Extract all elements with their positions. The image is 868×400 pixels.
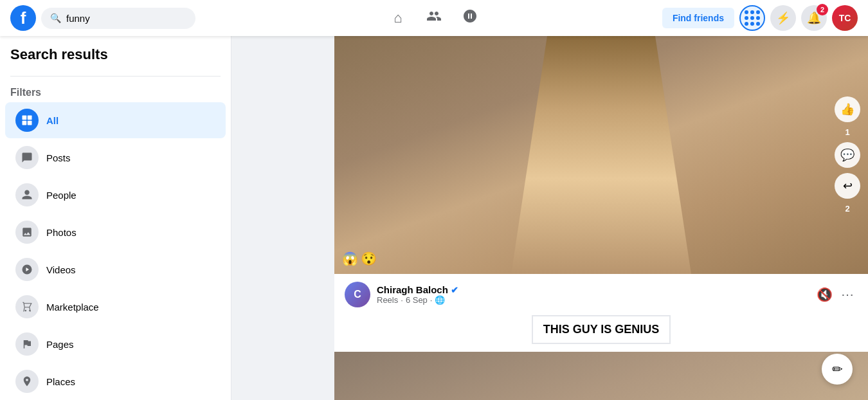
post-author-info: Chiragh Baloch ✔ Reels · 6 Sep · 🌐 xyxy=(377,284,458,305)
video-rock-shape xyxy=(511,36,691,274)
search-input[interactable] xyxy=(66,13,182,24)
top-navigation: f 🔍 ⌂ Find friends xyxy=(0,0,868,36)
nav-right: Find friends ⚡ 🔔 2 TC xyxy=(639,5,858,31)
edit-icon: ✏ xyxy=(832,361,843,377)
post-content: THIS GUY IS GENIUS xyxy=(334,315,868,352)
post-author-avatar[interactable]: C xyxy=(345,282,370,307)
sidebar-item-photos[interactable]: Photos xyxy=(5,214,226,250)
sidebar: Search results Filters All Posts xyxy=(0,36,231,400)
places-icon xyxy=(15,370,39,393)
post-header: C Chiragh Baloch ✔ Reels · 6 Sep · 🌐 xyxy=(334,274,868,315)
share-button[interactable]: ↩ xyxy=(835,173,860,199)
sidebar-title: Search results xyxy=(0,46,231,71)
svg-rect-3 xyxy=(28,121,32,125)
sidebar-item-all[interactable]: All xyxy=(5,102,226,138)
apps-grid-button[interactable] xyxy=(739,5,765,31)
share-count: 2 xyxy=(845,204,849,214)
post-author: C Chiragh Baloch ✔ Reels · 6 Sep · 🌐 xyxy=(345,282,458,307)
post-image-area[interactable] xyxy=(334,352,868,400)
comment-button[interactable]: 💬 xyxy=(835,142,860,168)
all-icon xyxy=(15,109,39,132)
video-actions: 👍 1 💬 ↩ 2 xyxy=(835,96,860,214)
marketplace-icon xyxy=(15,295,39,318)
messenger-icon: ⚡ xyxy=(776,11,790,25)
reaction-shocked-emoji: 😱 xyxy=(342,251,358,266)
post-content-text: THIS GUY IS GENIUS xyxy=(532,315,671,344)
sidebar-item-all-label: All xyxy=(46,115,59,126)
more-options-button[interactable]: ⋯ xyxy=(837,284,858,305)
grid-icon xyxy=(745,10,760,26)
svg-rect-2 xyxy=(23,121,27,125)
video-background xyxy=(334,36,868,274)
avatar[interactable]: TC xyxy=(832,5,858,31)
svg-rect-1 xyxy=(28,116,32,120)
like-button[interactable]: 👍 xyxy=(835,96,860,122)
nav-left: f 🔍 xyxy=(10,5,229,31)
search-bar-container: 🔍 xyxy=(41,8,195,29)
post-privacy-icon: 🌐 xyxy=(435,295,445,305)
sidebar-item-photos-label: Photos xyxy=(46,227,77,238)
sidebar-item-pages[interactable]: Pages xyxy=(5,326,226,362)
sidebar-item-people[interactable]: People xyxy=(5,177,226,213)
mute-button[interactable]: 🔇 xyxy=(814,284,835,305)
groups-nav-icon xyxy=(462,8,478,28)
svg-rect-0 xyxy=(23,116,27,120)
like-count: 1 xyxy=(845,127,849,137)
verified-icon: ✔ xyxy=(451,285,458,295)
home-nav-button[interactable]: ⌂ xyxy=(383,3,413,33)
video-reactions: 😱 😯 xyxy=(342,251,377,266)
sidebar-item-marketplace-label: Marketplace xyxy=(46,302,99,313)
notification-badge: 2 xyxy=(817,4,828,15)
sidebar-item-posts[interactable]: Posts xyxy=(5,140,226,176)
friends-nav-button[interactable] xyxy=(419,3,449,33)
home-icon: ⌂ xyxy=(393,10,402,26)
post-controls: 🔇 ⋯ xyxy=(814,284,858,305)
friends-icon xyxy=(426,8,442,28)
content-area: 😱 😯 👍 1 💬 ↩ 2 C xyxy=(334,36,868,400)
filters-label: Filters xyxy=(0,82,231,101)
post-avatar-initial: C xyxy=(354,289,361,300)
sidebar-divider xyxy=(10,76,221,77)
sidebar-item-marketplace[interactable]: Marketplace xyxy=(5,289,226,325)
middle-spacer xyxy=(231,36,334,400)
video-card: 😱 😯 👍 1 💬 ↩ 2 xyxy=(334,36,868,274)
messenger-button[interactable]: ⚡ xyxy=(770,5,796,31)
photos-icon xyxy=(15,221,39,244)
avatar-initials: TC xyxy=(839,13,851,23)
posts-icon xyxy=(15,146,39,169)
post-author-name: Chiragh Baloch ✔ xyxy=(377,284,458,295)
sidebar-item-places[interactable]: Places xyxy=(5,363,226,399)
sidebar-item-videos[interactable]: Videos xyxy=(5,251,226,287)
floating-edit-button[interactable]: ✏ xyxy=(822,354,853,385)
sidebar-item-pages-label: Pages xyxy=(46,339,74,350)
facebook-logo[interactable]: f xyxy=(10,5,36,31)
reaction-wow-emoji: 😯 xyxy=(361,251,377,266)
sidebar-item-posts-label: Posts xyxy=(46,152,71,163)
find-friends-button[interactable]: Find friends xyxy=(662,8,734,28)
video-thumbnail[interactable]: 😱 😯 👍 1 💬 ↩ 2 xyxy=(334,36,868,274)
sidebar-item-places-label: Places xyxy=(46,376,75,387)
sidebar-item-people-label: People xyxy=(46,190,77,201)
people-icon xyxy=(15,183,39,206)
videos-icon xyxy=(15,258,39,281)
pages-icon xyxy=(15,332,39,356)
nav-center: ⌂ xyxy=(229,3,639,33)
post-card: C Chiragh Baloch ✔ Reels · 6 Sep · 🌐 xyxy=(334,274,868,400)
post-meta: Reels · 6 Sep · 🌐 xyxy=(377,295,458,305)
notifications-button[interactable]: 🔔 2 xyxy=(801,5,827,31)
post-image-placeholder xyxy=(334,352,868,400)
search-icon: 🔍 xyxy=(50,13,61,23)
groups-nav-button[interactable] xyxy=(455,3,485,33)
main-layout: Search results Filters All Posts xyxy=(0,0,868,400)
sidebar-item-videos-label: Videos xyxy=(46,264,76,275)
